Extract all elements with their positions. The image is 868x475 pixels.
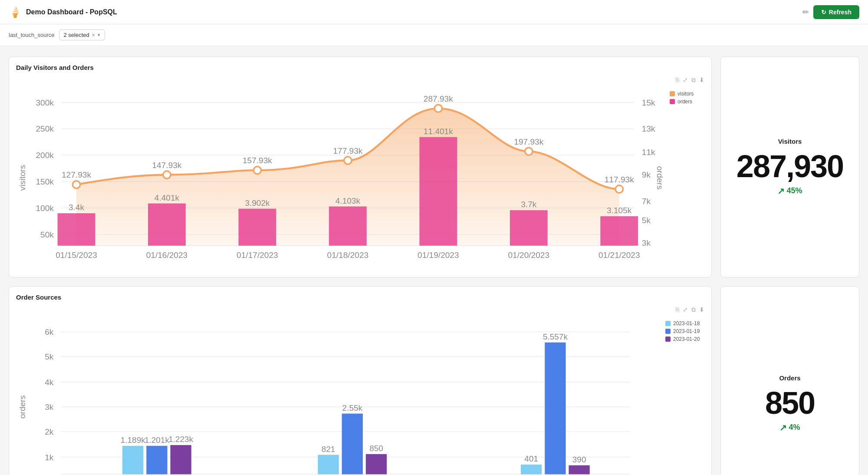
svg-text:157.93k: 157.93k [243,156,272,165]
main-content: Daily Visitors and Orders ⎘ ⤢ ⧉ ⬇ [0,46,868,475]
svg-text:250k: 250k [36,124,54,133]
visitors-metric-card: Visitors 287,930 ↗ 45% [720,56,859,277]
row-visitors: Daily Visitors and Orders ⎘ ⤢ ⧉ ⬇ [9,56,859,277]
top-bar: 🍦 Demo Dashboard - PopSQL ✏ ↻ Refresh [0,0,868,24]
order-sources-chart-card: Order Sources ⎘ ⤢ ⧉ ⬇ [9,286,712,475]
layout-icon[interactable]: ⧉ [691,76,696,84]
ads-bar-1 [122,446,143,475]
orders-bar-3 [238,209,276,246]
svg-text:5k: 5k [642,216,651,225]
legend-visitors: visitors [670,91,704,97]
vis-dot-5 [434,105,442,112]
email-bar-2 [545,343,566,475]
svg-text:11.401k: 11.401k [424,127,453,136]
svg-text:2k: 2k [45,427,54,436]
svg-text:821: 821 [322,445,335,454]
app-icon: 🍦 [9,6,22,18]
legend-orders: orders [670,99,704,105]
orders-bar-5 [419,137,457,246]
orders-metric-card: Orders 850 ↗ 4% [720,286,859,475]
filter-tag[interactable]: 2 selected × ▾ [59,30,105,40]
order-sources-chart-area: ⎘ ⤢ ⧉ ⬇ [16,306,704,475]
svg-text:15k: 15k [642,98,655,107]
orders-metric-value: 850 [765,385,815,421]
svg-text:3.105k: 3.105k [607,206,632,215]
svg-text:200k: 200k [36,151,54,160]
trend-up-icon: ↗ [777,186,785,196]
copy-icon[interactable]: ⎘ [676,76,679,84]
download-icon-2[interactable]: ⬇ [699,306,704,313]
orders-bar-1 [58,213,95,246]
legend-label-2023-01-19: 2023-01-19 [673,328,700,334]
expand-icon[interactable]: ⤢ [683,76,688,84]
vis-dot-3 [253,166,261,174]
svg-text:1k: 1k [45,453,54,462]
orders-bar-2 [148,204,186,246]
download-icon[interactable]: ⬇ [699,76,704,84]
visitors-chart-legend: visitors orders [670,87,704,270]
direct-bar-1 [318,455,339,474]
legend-label-orders: orders [677,99,692,105]
svg-text:150k: 150k [36,177,54,186]
svg-text:401: 401 [524,454,538,463]
legend-dot-2023-01-19 [665,329,671,334]
legend-dot-2023-01-20 [665,336,671,342]
svg-text:01/18/2023: 01/18/2023 [327,251,369,260]
svg-text:9k: 9k [642,170,651,179]
refresh-icon: ↻ [821,9,826,16]
legend-dot-2023-01-18 [665,321,671,326]
email-bar-3 [569,465,589,475]
app-title: Demo Dashboard - PopSQL [26,8,117,16]
selected-label: 2 selected [64,32,89,38]
legend-label-2023-01-18: 2023-01-18 [673,320,700,327]
svg-text:orders: orders [655,166,664,189]
legend-2023-01-19: 2023-01-19 [665,328,704,334]
visitors-chart-title: Daily Visitors and Orders [16,64,704,71]
svg-text:13k: 13k [642,124,655,133]
svg-text:orders: orders [18,395,27,419]
vis-dot-2 [163,171,171,178]
edit-icon[interactable]: ✏ [802,7,809,17]
expand-icon-2[interactable]: ⤢ [683,306,688,313]
svg-text:147.93k: 147.93k [152,161,181,170]
svg-text:01/20/2023: 01/20/2023 [508,251,550,260]
order-sources-legend: 2023-01-18 2023-01-19 2023-01-20 [665,317,704,475]
chevron-down-icon[interactable]: ▾ [98,32,100,38]
order-sources-chart-toolbar: ⎘ ⤢ ⧉ ⬇ [16,306,704,313]
svg-text:3k: 3k [45,402,54,412]
vis-dot-7 [615,185,623,193]
svg-text:127.93k: 127.93k [62,170,91,179]
svg-text:1.189k: 1.189k [121,435,145,445]
svg-text:visitors: visitors [18,165,27,191]
legend-2023-01-20: 2023-01-20 [665,336,704,342]
svg-text:287.93k: 287.93k [424,94,453,103]
svg-text:100k: 100k [36,204,54,213]
row-orders: Order Sources ⎘ ⤢ ⧉ ⬇ [9,286,859,475]
svg-text:01/17/2023: 01/17/2023 [237,251,278,260]
svg-text:3.4k: 3.4k [69,203,85,212]
top-bar-left: 🍦 Demo Dashboard - PopSQL [9,6,117,18]
filter-bar: last_touch_source 2 selected × ▾ [0,24,868,46]
svg-text:4k: 4k [45,378,54,387]
filter-label: last_touch_source [9,32,55,38]
orders-bar-4 [329,206,367,245]
orders-metric-title: Orders [779,374,800,382]
svg-text:3.7k: 3.7k [521,200,537,209]
direct-bar-3 [366,454,387,475]
refresh-button[interactable]: ↻ Refresh [813,5,859,19]
svg-text:1.201k: 1.201k [145,435,169,445]
svg-text:01/15/2023: 01/15/2023 [56,251,97,260]
svg-text:300k: 300k [36,98,54,107]
svg-text:11k: 11k [642,148,655,157]
legend-dot-visitors [670,91,675,96]
clear-filter-icon[interactable]: × [92,32,95,38]
ads-bar-3 [170,445,191,474]
svg-text:3k: 3k [642,238,651,247]
svg-text:177.93k: 177.93k [333,146,362,155]
copy-icon-2[interactable]: ⎘ [676,306,679,313]
legend-dot-orders [670,99,675,104]
order-sources-svg: 6k 5k 4k 3k 2k 1k orders [16,317,660,475]
layout-icon-2[interactable]: ⧉ [691,306,696,313]
svg-text:5k: 5k [45,352,54,361]
visitors-metric-title: Visitors [778,138,802,145]
